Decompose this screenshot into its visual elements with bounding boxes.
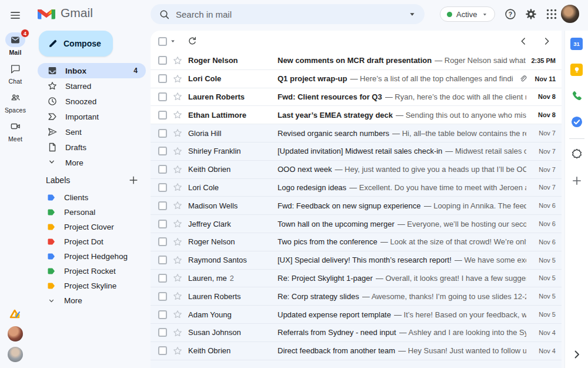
- email-row[interactable]: Roger Nelson New comments on MCR draft p…: [151, 52, 562, 70]
- hide-side-panel-button chevron-right-icon[interactable]: [571, 349, 583, 360]
- row-checkbox[interactable]: [158, 292, 167, 301]
- tasks-icon[interactable]: [570, 115, 583, 128]
- label-item-clients[interactable]: Clients: [38, 190, 146, 205]
- row-checkbox[interactable]: [158, 56, 167, 65]
- newer-page-button chevron-left-icon[interactable]: [518, 36, 529, 47]
- row-checkbox[interactable]: [158, 92, 167, 101]
- rail-item-spaces[interactable]: Spaces: [0, 90, 31, 114]
- add-label-button plus-icon[interactable]: [128, 175, 139, 185]
- row-checkbox[interactable]: [158, 183, 167, 192]
- hamburger-menu-button[interactable]: [4, 8, 27, 23]
- gmail-window: 4 Mail Chat Spaces Meet Gmail: [0, 0, 588, 368]
- email-row[interactable]: Keith Obrien OOO next week — Hey, just w…: [151, 161, 562, 179]
- star-toggle-icon[interactable]: [172, 255, 183, 266]
- email-row[interactable]: Jeffrey Clark Town hall on the upcoming …: [151, 215, 562, 233]
- star-toggle-icon[interactable]: [172, 91, 183, 102]
- row-checkbox[interactable]: [158, 147, 167, 155]
- select-menu-caret caret-down-icon[interactable]: [169, 37, 177, 45]
- label-item-project-rocket[interactable]: Project Rocket: [38, 264, 146, 279]
- status-chip[interactable]: Active: [440, 6, 495, 22]
- select-all-checkbox[interactable]: [158, 37, 167, 46]
- email-row[interactable]: Lori Cole Q1 project wrap-up — Here’s a …: [151, 70, 562, 88]
- star-toggle-icon[interactable]: [172, 200, 183, 211]
- label-item-project-hedgehog[interactable]: Project Hedgehog: [38, 249, 146, 264]
- star-toggle-icon[interactable]: [172, 146, 183, 157]
- voice-phone-icon[interactable]: [570, 89, 583, 102]
- email-row[interactable]: Raymond Santos [UX] Special delivery! Th…: [151, 251, 562, 270]
- label-item-project-clover[interactable]: Project Clover: [38, 220, 146, 234]
- sidebar-item-drafts[interactable]: Drafts: [38, 140, 146, 155]
- settings-button settings-gear-icon[interactable]: [524, 8, 537, 21]
- row-checkbox[interactable]: [158, 129, 167, 138]
- third-party-app-logo[interactable]: [8, 307, 22, 321]
- star-toggle-icon[interactable]: [172, 74, 183, 84]
- row-checkbox[interactable]: [158, 274, 167, 283]
- email-row[interactable]: Lauren Roberts Fwd: Client resources for…: [151, 88, 562, 107]
- star-toggle-icon[interactable]: [172, 128, 183, 138]
- label-item-personal[interactable]: Personal: [38, 205, 146, 220]
- star-toggle-icon[interactable]: [172, 273, 183, 283]
- status-label: Active: [456, 10, 477, 19]
- row-checkbox[interactable]: [158, 256, 167, 264]
- rail-item-chat[interactable]: Chat: [0, 61, 31, 85]
- row-checkbox[interactable]: [158, 237, 167, 246]
- compose-button[interactable]: Compose: [39, 31, 113, 57]
- email-row[interactable]: Gloria Hill Revised organic search numbe…: [151, 124, 562, 142]
- label-item-project-skyline[interactable]: Project Skyline: [38, 279, 146, 293]
- row-checkbox[interactable]: [158, 328, 167, 337]
- email-row[interactable]: Adam Young Updated expense report templa…: [151, 306, 562, 324]
- older-page-button chevron-right-icon[interactable]: [542, 36, 552, 47]
- row-checkbox[interactable]: [158, 74, 167, 83]
- row-checkbox[interactable]: [158, 201, 167, 210]
- star-toggle-icon[interactable]: [172, 309, 183, 320]
- star-toggle-icon[interactable]: [172, 291, 183, 301]
- email-row[interactable]: Susan Johnson Referrals from Sydney - ne…: [151, 324, 562, 342]
- help-button help-icon[interactable]: ?: [504, 8, 517, 21]
- contact-avatar-male[interactable]: [8, 347, 23, 362]
- get-addons-plus-icon[interactable]: [571, 175, 583, 187]
- label-item-project-dot[interactable]: Project Dot: [38, 234, 146, 249]
- keep-icon[interactable]: [570, 64, 583, 76]
- email-snippet: — Roger Nelson said what abou...: [435, 56, 526, 65]
- sidebar-item-inbox[interactable]: Inbox 4: [38, 63, 146, 78]
- row-checkbox[interactable]: [158, 220, 167, 228]
- search-bar[interactable]: [151, 4, 425, 24]
- star-toggle-icon[interactable]: [172, 237, 183, 247]
- star-toggle-icon[interactable]: [172, 110, 183, 120]
- row-checkbox[interactable]: [158, 346, 167, 355]
- email-row[interactable]: Ethan Lattimore Last year’s EMEA strateg…: [151, 106, 562, 124]
- refresh-button refresh-icon[interactable]: [187, 36, 198, 47]
- inbox-unread-count: 4: [133, 67, 138, 75]
- email-row[interactable]: Lauren, me2 Re: Project Skylight 1-pager…: [151, 270, 562, 288]
- rail-item-meet[interactable]: Meet: [0, 119, 31, 142]
- star-toggle-icon[interactable]: [172, 182, 183, 193]
- row-checkbox[interactable]: [158, 310, 167, 319]
- google-apps-button apps-grid-icon[interactable]: [545, 8, 558, 21]
- sidebar-item-snoozed[interactable]: Snoozed: [38, 94, 146, 109]
- email-row[interactable]: Shirley Franklin [Updated invitation] Mi…: [151, 142, 562, 161]
- account-avatar[interactable]: [561, 5, 579, 23]
- star-toggle-icon[interactable]: [172, 327, 183, 338]
- email-row[interactable]: Roger Nelson Two pics from the conferenc…: [151, 233, 562, 251]
- star-toggle-icon[interactable]: [172, 218, 183, 229]
- labels-more-item[interactable]: More: [38, 293, 146, 308]
- star-toggle-icon[interactable]: [172, 346, 183, 356]
- star-toggle-icon[interactable]: [172, 164, 183, 175]
- star-toggle-icon[interactable]: [172, 55, 183, 66]
- email-row[interactable]: Madison Wells Fwd: Feedback on new signu…: [151, 197, 562, 215]
- search-input[interactable]: [176, 9, 407, 19]
- addon-seal-icon[interactable]: [570, 148, 583, 161]
- email-row[interactable]: Lori Cole Logo redesign ideas — Excellen…: [151, 179, 562, 197]
- email-row[interactable]: Lauren Roberts Re: Corp strategy slides …: [151, 287, 562, 306]
- sidebar-item-sent[interactable]: Sent: [38, 124, 146, 140]
- sidebar-item-important[interactable]: Important: [38, 109, 146, 124]
- calendar-icon[interactable]: 31: [570, 38, 583, 50]
- email-row[interactable]: Keith Obrien Direct feedback from anothe…: [151, 342, 562, 360]
- search-options-button caret-down-icon[interactable]: [407, 9, 417, 19]
- sidebar-item-starred[interactable]: Starred: [38, 78, 146, 94]
- contact-avatar-female[interactable]: [8, 326, 23, 342]
- sidebar-item-more[interactable]: More: [38, 155, 146, 170]
- row-checkbox[interactable]: [158, 111, 167, 120]
- row-checkbox[interactable]: [158, 165, 167, 174]
- rail-item-mail[interactable]: 4 Mail: [0, 32, 31, 56]
